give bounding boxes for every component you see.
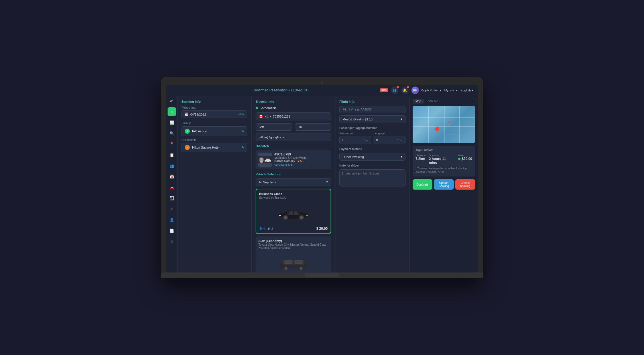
chevron-down-icon: ▾ <box>326 180 328 184</box>
vehicle-class: Business Class <box>259 192 328 196</box>
payment-method-title: Payment Method <box>339 147 405 151</box>
sidebar-item-favorites[interactable]: ♥ <box>168 205 176 213</box>
payment-value: Direct Invoicing <box>343 155 364 159</box>
page-title: Confirmed Reservation #1110421313 <box>182 88 380 92</box>
destination-location[interactable]: 2 Hilton Square Hotel ✎ <box>182 143 247 152</box>
dispatch-title: Dispatch <box>256 144 331 148</box>
luggage-value: 0 <box>376 138 378 142</box>
chevron-down-icon: ▾ <box>440 89 441 92</box>
vehicle-price: $ 20.00 <box>316 227 328 231</box>
map-expand-icon[interactable]: ⛶ <box>472 99 475 104</box>
track-link[interactable]: View track link <box>274 164 329 167</box>
svg-point-2 <box>260 158 263 160</box>
svg-rect-5 <box>266 159 270 160</box>
trip-estimate-section: Trip Estimate Distance 7.2km Duration 2 … <box>413 146 475 177</box>
svg-rect-19 <box>284 260 292 264</box>
luggage-input[interactable]: 0 ⌃⌄ <box>374 136 405 144</box>
svg-point-22 <box>285 267 287 270</box>
language-selector[interactable]: English ▾ <box>460 89 473 92</box>
vehicle-provider-suv: Toyota Vios, Honda City, Nissan Almera, … <box>258 243 328 249</box>
sidebar-item-location[interactable]: 📍 <box>168 140 176 148</box>
meet-greet-dropdown[interactable]: Meet & Greet = $1.15 ▾ <box>339 115 405 123</box>
vehicle-selection-title: Vehicle Selection <box>256 173 331 176</box>
pickup-edit-icon[interactable]: ✎ <box>241 129 244 133</box>
supplier-dropdown[interactable]: All Suppliers ▾ <box>256 178 331 186</box>
trip-note: * You may be charged an extra fee if you… <box>415 167 472 174</box>
pickup-number: 1 <box>185 129 190 134</box>
fare-value: $30.00 <box>458 157 472 161</box>
passenger-icon: 👤 4 <box>259 227 265 230</box>
sidebar-item-calendar[interactable]: 📅 <box>168 172 176 181</box>
chevron-down-icon: ▾ <box>401 155 402 159</box>
svg-point-3 <box>260 160 263 163</box>
my-site-menu[interactable]: My site ▾ <box>444 89 458 92</box>
business-car-image <box>276 205 311 221</box>
last-name-field[interactable]: Lin <box>295 123 331 131</box>
phone-field[interactable]: 🇨🇦 +1 ▾ 7035561229 <box>256 112 331 120</box>
date-field[interactable]: 📅 04/12/2022 Now <box>182 110 247 118</box>
destination-edit-icon[interactable]: ✎ <box>241 145 244 149</box>
svg-point-7 <box>269 161 271 163</box>
trackpad <box>305 273 339 277</box>
chevron-down-icon: ▾ <box>472 89 473 92</box>
notification-badge: 1 <box>397 86 399 88</box>
pickup-location[interactable]: 1 IAD Airport ✎ <box>182 126 247 136</box>
vehicle-image-area <box>259 202 328 224</box>
destination-name: Hilton Square Hotel <box>192 146 219 149</box>
map-container[interactable]: 📍 🔴 <box>413 106 475 143</box>
sidebar-item-search[interactable]: 🔍 <box>168 129 176 138</box>
passenger-input[interactable]: 1 ⌃⌄ <box>339 136 371 144</box>
svg-rect-20 <box>295 260 303 264</box>
first-name-field[interactable]: Jeff <box>256 123 292 131</box>
user-menu[interactable]: RP Ralph Potter ▾ <box>411 87 441 94</box>
sidebar-item-vehicle[interactable]: 🚗 <box>168 183 176 192</box>
chevron-down-icon: ▾ <box>270 115 271 118</box>
duplicate-button[interactable]: Duplicate <box>413 179 432 190</box>
flight-number-input[interactable]: Flight #, e.g. AA1097 <box>339 106 405 113</box>
vehicle-card-suv[interactable]: SUV (Economy) Toyota Vios, Honda City, N… <box>256 236 331 272</box>
notifications-button[interactable]: 👥 1 <box>391 87 398 94</box>
tab-satellite[interactable]: Satellite <box>425 99 441 104</box>
note-textarea[interactable] <box>339 169 405 186</box>
pickup-name: IAD Airport <box>192 130 207 133</box>
now-label: Now <box>239 113 244 116</box>
svg-point-24 <box>300 267 302 270</box>
avatar: RP <box>411 87 419 94</box>
alerts-button[interactable]: 🔔 1 <box>401 87 409 94</box>
sidebar-collapse-button[interactable]: ≫ <box>170 99 174 103</box>
payment-dropdown[interactable]: Direct Invoicing ▾ <box>339 153 405 161</box>
vehicle-card-business[interactable]: Business Class Serviced by Transtyle <box>256 189 331 234</box>
update-booking-button[interactable]: Update Booking <box>434 179 454 190</box>
sidebar-item-reports[interactable]: 📄 <box>168 226 176 235</box>
calendar-icon: 📅 <box>185 112 189 116</box>
sidebar-item-analytics[interactable]: 📊 <box>168 118 176 127</box>
vehicle-provider: Serviced by Transtyle <box>259 196 328 199</box>
svg-rect-14 <box>279 215 281 216</box>
sidebar-item-bookings[interactable]: 📋 <box>168 151 176 159</box>
luggage-icon: 🧳 2 <box>267 227 273 230</box>
cancel-booking-button[interactable]: Cancel booking <box>455 179 475 190</box>
map-pin-destination: 📍 <box>447 121 452 125</box>
user-name: Ralph Potter <box>421 89 438 92</box>
passenger-spinner[interactable]: ⌃⌄ <box>362 138 369 142</box>
svg-rect-15 <box>306 215 308 216</box>
driver-photo <box>258 153 272 167</box>
chevron-down-icon: ▾ <box>401 117 402 121</box>
action-buttons: Duplicate Update Booking Cancel booking <box>413 179 475 190</box>
sidebar-item-home[interactable]: ⌂ <box>168 107 176 116</box>
suv-car-image <box>276 255 311 271</box>
sidebar-item-team[interactable]: 👤 <box>168 216 176 224</box>
email-field[interactable]: jeff.lin@google.com <box>256 134 331 141</box>
country-code: +1 <box>265 115 268 118</box>
driver-name: Barrea Ramsey <box>274 159 295 163</box>
duration-value: 2 hours 11 mins <box>429 157 455 165</box>
sidebar-item-users[interactable]: 👥 <box>168 161 176 170</box>
sos-button[interactable]: SOS <box>380 88 388 92</box>
tab-map[interactable]: Map <box>413 99 424 104</box>
luggage-spinner[interactable]: ⌃⌄ <box>396 138 403 142</box>
sidebar-item-group[interactable]: 👨‍👩‍👧 <box>168 194 176 202</box>
language-label: English <box>460 89 471 92</box>
sidebar-item-settings[interactable]: ⚙ <box>168 237 176 246</box>
fare-label: Fare <box>458 154 472 157</box>
note-title: Note for driver <box>339 164 405 167</box>
